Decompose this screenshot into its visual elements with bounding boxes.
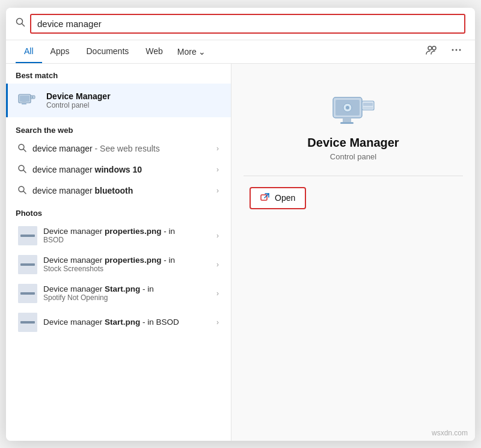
svg-rect-10 (22, 103, 26, 105)
photo-arrow-2: › (216, 260, 219, 269)
svg-rect-21 (20, 235, 35, 237)
tab-all[interactable]: All (16, 40, 42, 63)
arrow-icon-3: › (216, 186, 219, 195)
photo-text-1: Device manager properties.png - in BSOD (43, 227, 210, 244)
svg-rect-23 (20, 263, 35, 266)
svg-rect-31 (340, 122, 354, 124)
svg-point-6 (459, 49, 461, 51)
main-content: Best match (6, 64, 475, 441)
web-search-text-1: device manager - See web results (32, 144, 210, 153)
photo-item-4[interactable]: Device manager Start.png - in BSOD › (8, 308, 228, 337)
best-match-title: Device Manager (46, 91, 111, 101)
photo-sub-1: BSOD (43, 236, 210, 244)
tab-web[interactable]: Web (137, 40, 171, 63)
photo-item-1[interactable]: Device manager properties.png - in BSOD … (8, 221, 228, 250)
photo-item-2[interactable]: Device manager properties.png - in Stock… (8, 250, 228, 279)
photo-title-3: Device manager Start.png - in (43, 284, 210, 293)
svg-line-19 (23, 191, 26, 194)
chevron-down-icon: ⌄ (198, 47, 206, 57)
web-search-text-2: device manager windows 10 (32, 165, 210, 174)
nav-tabs: All Apps Documents Web More ⌄ (6, 40, 475, 64)
arrow-icon-1: › (216, 144, 219, 153)
svg-rect-38 (261, 195, 267, 200)
search-bar (6, 8, 475, 40)
web-search-item-3[interactable]: device manager bluetooth › (8, 180, 228, 201)
web-search-section-title: Search the web (6, 118, 231, 138)
open-button-label: Open (275, 193, 295, 203)
svg-rect-9 (22, 102, 26, 103)
photo-text-4: Device manager Start.png - in BSOD (43, 318, 210, 327)
photo-text-2: Device manager properties.png - in Stock… (43, 256, 210, 273)
web-search-text-3: device manager bluetooth (32, 186, 210, 195)
watermark: wsxdn.com (432, 429, 468, 437)
svg-point-3 (432, 46, 436, 50)
left-panel: Best match (6, 64, 231, 441)
svg-point-5 (456, 49, 458, 51)
tab-documents[interactable]: Documents (78, 40, 137, 63)
photo-arrow-3: › (216, 289, 219, 298)
svg-point-12 (32, 96, 34, 98)
search-icon-2 (18, 165, 26, 175)
search-icon-3 (18, 186, 26, 196)
svg-rect-27 (20, 321, 35, 324)
svg-line-15 (23, 149, 26, 152)
svg-line-1 (22, 24, 25, 26)
tab-apps[interactable]: Apps (42, 40, 78, 63)
svg-rect-34 (363, 107, 373, 109)
device-manager-icon-large (329, 88, 378, 136)
tab-more[interactable]: More ⌄ (171, 41, 212, 63)
svg-rect-8 (20, 96, 29, 102)
people-icon[interactable] (422, 40, 441, 63)
svg-line-17 (23, 170, 26, 173)
photo-thumb-2 (18, 255, 37, 274)
photo-thumb-4 (18, 313, 37, 332)
photo-sub-2: Stock Screenshots (43, 265, 210, 273)
search-input[interactable] (30, 14, 465, 34)
detail-subtitle: Control panel (330, 152, 376, 161)
search-icon (16, 17, 25, 29)
best-match-section-title: Best match (6, 64, 231, 84)
svg-point-2 (428, 46, 432, 50)
open-button[interactable]: Open (250, 187, 306, 209)
photo-item-3[interactable]: Device manager Start.png - in Spotify No… (8, 279, 228, 308)
photo-title-4: Device manager Start.png - in BSOD (43, 318, 210, 327)
svg-rect-25 (20, 292, 35, 295)
svg-rect-30 (343, 118, 351, 122)
nav-right-icons (422, 40, 465, 63)
svg-point-37 (346, 106, 349, 109)
photo-title-2: Device manager properties.png - in (43, 256, 210, 265)
arrow-icon-2: › (216, 165, 219, 174)
svg-rect-33 (363, 103, 373, 106)
more-options-icon[interactable] (447, 41, 465, 62)
photo-thumb-3 (18, 284, 37, 303)
search-window: All Apps Documents Web More ⌄ (6, 8, 475, 441)
best-match-subtitle: Control panel (46, 101, 111, 109)
photo-arrow-1: › (216, 232, 219, 240)
best-match-text: Device Manager Control panel (46, 91, 111, 109)
detail-title: Device Manager (307, 136, 399, 150)
web-search-item-2[interactable]: device manager windows 10 › (8, 159, 228, 180)
search-icon-1 (18, 144, 26, 154)
photo-text-3: Device manager Start.png - in Spotify No… (43, 284, 210, 302)
device-manager-icon-small (17, 90, 39, 111)
photos-section-title: Photos (6, 201, 231, 221)
photo-thumb-1 (18, 226, 37, 245)
right-panel: Device Manager Control panel Open (231, 64, 475, 441)
photo-title-1: Device manager properties.png - in (43, 227, 210, 236)
photo-sub-3: Spotify Not Opening (43, 293, 210, 302)
detail-divider (244, 176, 463, 176)
best-match-item[interactable]: Device Manager Control panel (6, 84, 231, 117)
svg-point-4 (452, 49, 454, 51)
photo-arrow-4: › (216, 318, 219, 327)
web-search-item-1[interactable]: device manager - See web results › (8, 138, 228, 159)
open-icon (260, 192, 270, 204)
